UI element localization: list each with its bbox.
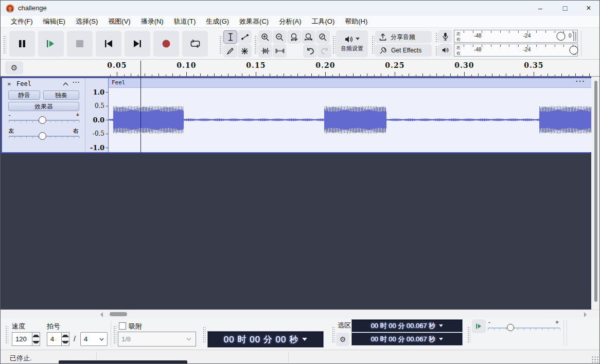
ruler-tick xyxy=(332,75,333,76)
selection-tool-button[interactable] xyxy=(223,30,237,44)
pan-slider-thumb[interactable] xyxy=(39,132,46,140)
vertical-scale-ruler[interactable]: 1.00.50.0-0.5-1.0 xyxy=(85,78,108,152)
silence-audio-button[interactable] xyxy=(273,44,287,58)
selection-options-button[interactable]: ⚙ xyxy=(336,333,349,346)
menu-item-7[interactable]: 生成(G) xyxy=(201,16,234,27)
selection-end-display[interactable]: 00 时 00 分 00.067 秒 xyxy=(351,333,463,345)
get-effects-button[interactable]: Get Effects xyxy=(375,44,432,57)
audio-setup-button[interactable]: 音频设置 xyxy=(336,30,368,57)
menu-item-11[interactable]: 帮助(H) xyxy=(340,16,373,27)
menu-item-9[interactable]: 分析(A) xyxy=(274,16,306,27)
speed-slider-track[interactable] xyxy=(488,327,560,329)
play-at-speed-button[interactable] xyxy=(472,319,486,333)
menu-item-1[interactable]: 文件(F) xyxy=(6,16,38,27)
hscroll-thumb[interactable] xyxy=(110,312,127,316)
skip-to-end-button[interactable] xyxy=(125,31,150,57)
track-canvas-area[interactable]: × Feel ··· 静音 独奏 效果器 - + 左 右 1.00.50.0-0… xyxy=(1,77,591,310)
loop-button[interactable] xyxy=(182,31,208,57)
horizontal-scrollbar[interactable] xyxy=(1,310,600,318)
clip-menu-icon[interactable]: ··· xyxy=(576,77,586,85)
menu-item-5[interactable]: 播录(N) xyxy=(136,16,169,27)
stop-button[interactable] xyxy=(67,31,93,57)
play-at-speed-grip[interactable] xyxy=(467,326,470,342)
meter-gain-slider-thumb[interactable] xyxy=(569,46,578,54)
snapping-grip[interactable] xyxy=(113,325,116,343)
selection-start-value: 00 时 00 分 00.067 秒 xyxy=(371,321,436,331)
transport-toolbar-grip[interactable] xyxy=(3,35,6,53)
playback-meter-speaker-button[interactable] xyxy=(439,44,452,57)
close-button[interactable]: × xyxy=(577,1,600,16)
meter-tick xyxy=(473,31,473,33)
resize-grip[interactable] xyxy=(591,356,598,363)
denominator-select[interactable]: 4 xyxy=(80,332,108,346)
speed-slider-thumb[interactable] xyxy=(507,324,514,331)
tempo-input[interactable]: 120 xyxy=(12,332,32,346)
audio-setup-grip[interactable] xyxy=(332,35,336,53)
multi-tool-button[interactable] xyxy=(238,44,252,58)
selection-start-display[interactable]: 00 时 00 分 00.067 秒 xyxy=(351,319,463,332)
clip-header[interactable]: Feel ··· xyxy=(109,78,592,88)
trim-audio-button[interactable] xyxy=(258,44,272,58)
beats-input[interactable]: 4 xyxy=(47,332,62,346)
record-button[interactable] xyxy=(153,31,179,57)
selection-toolbar-grip[interactable] xyxy=(331,326,335,342)
fit-project-button[interactable] xyxy=(302,30,315,44)
share-audio-button[interactable]: 分享音频 xyxy=(375,31,432,43)
zoom-in-button[interactable] xyxy=(258,30,272,44)
record-meter-grip[interactable] xyxy=(435,32,438,43)
mute-button[interactable]: 静音 xyxy=(8,90,40,100)
hscroll-left-arrow[interactable] xyxy=(100,312,103,317)
undo-button[interactable] xyxy=(303,44,317,58)
track-menu-icon[interactable]: ··· xyxy=(73,79,80,86)
snap-interval-select[interactable]: 1/8 xyxy=(118,332,196,347)
waveform[interactable] xyxy=(109,88,592,152)
main-time-display[interactable]: 00 时 00 分 00 秒 xyxy=(207,331,324,348)
menu-item-8[interactable]: 效果器(C) xyxy=(234,16,274,27)
record-meter-mic-button[interactable] xyxy=(439,30,452,43)
skip-to-start-button[interactable] xyxy=(96,31,121,57)
minimize-button[interactable]: – xyxy=(528,1,552,16)
vscroll-thumb[interactable] xyxy=(594,81,597,302)
menu-item-4[interactable]: 视图(V) xyxy=(103,16,135,27)
audio-clip[interactable]: Feel ··· xyxy=(108,78,591,152)
maximize-button[interactable]: □ xyxy=(553,1,577,16)
menu-item-6[interactable]: 轨道(T) xyxy=(169,16,201,27)
zoom-toggle-button[interactable] xyxy=(316,30,330,44)
timeline-ruler[interactable]: ⚙ 0.050.100.150.200.250.300.35 xyxy=(1,60,600,77)
beats-spinner[interactable] xyxy=(62,332,69,346)
menu-item-2[interactable]: 编辑(E) xyxy=(38,16,70,27)
play-button[interactable] xyxy=(38,31,64,57)
hscroll-right-arrow[interactable] xyxy=(584,312,587,317)
track-row[interactable]: × Feel ··· 静音 独奏 效果器 - + 左 右 1.00.50.0-0… xyxy=(1,77,590,153)
time-signature-grip[interactable] xyxy=(5,325,8,343)
snap-checkbox[interactable] xyxy=(119,322,126,330)
track-collapse-icon[interactable] xyxy=(63,82,68,86)
gain-slider-thumb[interactable] xyxy=(39,116,46,124)
clip-name[interactable]: Feel xyxy=(112,79,126,86)
effects-button[interactable]: 效果器 xyxy=(8,102,79,111)
redo-button[interactable] xyxy=(317,44,331,58)
track-name[interactable]: Feel xyxy=(16,80,31,87)
zoom-out-button[interactable] xyxy=(273,30,287,44)
playback-meter-grip[interactable] xyxy=(435,45,438,57)
draw-tool-button[interactable] xyxy=(223,44,237,58)
menu-item-3[interactable]: 选择(S) xyxy=(70,16,103,27)
record-meter[interactable]: 左右-48-240 xyxy=(454,30,578,43)
tools-toolbar-grip[interactable] xyxy=(219,35,222,53)
vertical-scrollbar[interactable] xyxy=(591,77,600,310)
time-display-grip[interactable] xyxy=(202,326,206,342)
envelope-tool-button[interactable] xyxy=(238,30,252,44)
meter-gain-slider-thumb[interactable] xyxy=(556,32,565,41)
edit-toolbar-grip[interactable] xyxy=(254,35,257,53)
fit-selection-button[interactable] xyxy=(287,30,301,44)
playhead-cursor[interactable] xyxy=(140,61,141,153)
pause-button[interactable] xyxy=(9,31,35,57)
solo-button[interactable]: 独奏 xyxy=(43,90,79,100)
tempo-spinner[interactable] xyxy=(32,332,40,346)
share-toolbar-grip[interactable] xyxy=(371,35,375,53)
track-close-icon[interactable]: × xyxy=(7,80,11,88)
gain-plus-label: + xyxy=(76,112,79,118)
playback-meter[interactable]: 左右-48-24 xyxy=(454,44,578,57)
menu-item-10[interactable]: 工具(O) xyxy=(306,16,340,27)
ruler-tick xyxy=(402,75,402,76)
